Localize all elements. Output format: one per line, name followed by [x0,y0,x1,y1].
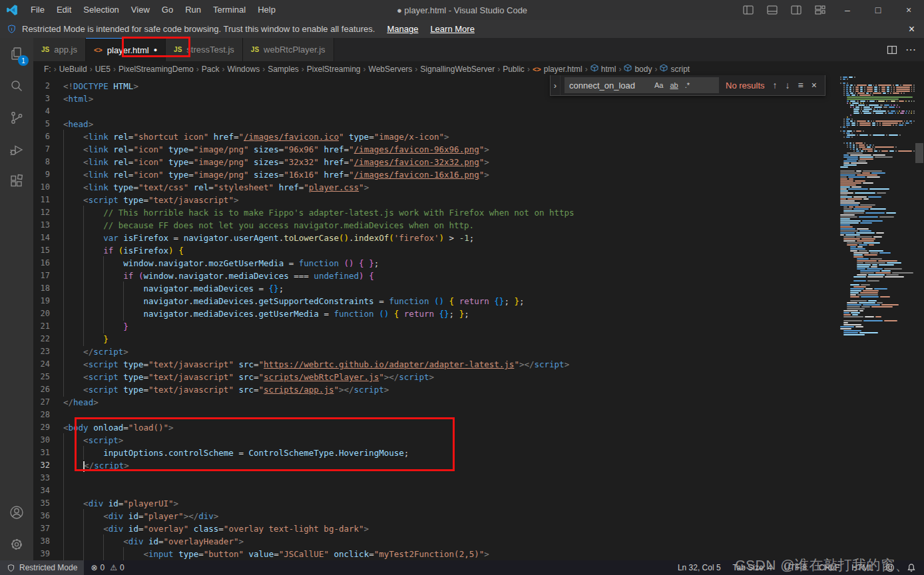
code-line[interactable]: 5<head> [33,118,837,130]
close-window-button[interactable]: × [893,0,924,20]
code-line[interactable]: 13 // because FF does not let you access… [33,219,837,232]
banner-close-icon[interactable]: × [909,23,915,35]
code-line[interactable]: 34 [33,484,837,497]
eol-status[interactable]: CRLF [813,563,845,572]
code-line[interactable]: 10 <link type="text/css" rel="stylesheet… [33,181,837,194]
code-line[interactable]: 18 navigator.mediaDevices = {}; [33,282,837,295]
find-next-icon[interactable]: ↓ [786,80,790,91]
code-line[interactable]: 9 <link rel="icon" type="image/png" size… [33,168,837,181]
code-line[interactable]: 16 window.navigator.mozGetUserMedia = fu… [33,257,837,270]
breadcrumb-item[interactable]: PixelStreaming [307,65,361,74]
code-line[interactable]: 36 <div id="player"></div> [33,510,837,522]
editor-scrollbar[interactable] [915,77,924,560]
code-line[interactable]: 4 [33,105,837,118]
customize-layout-icon[interactable] [815,5,825,15]
editor[interactable]: 2<!DOCTYPE HTML>3<html>45<head>6 <link r… [33,77,924,560]
code-line[interactable]: 8 <link rel="icon" type="image/png" size… [33,156,837,168]
code-line[interactable]: 11 <script type="text/javascript"> [33,194,837,206]
breadcrumb-item[interactable]: Samples [268,65,299,74]
scrollbar-thumb[interactable] [915,143,923,163]
code-line[interactable]: 27</head> [33,396,837,409]
find-collapse-chevron-icon[interactable]: › [551,75,561,95]
code-line[interactable]: 23 </script> [33,345,837,358]
whole-word-icon[interactable]: ab [667,80,680,91]
notifications-bell-icon[interactable] [901,563,924,573]
tab-size-status[interactable]: Tab Size: 4 [727,563,778,572]
code-line[interactable]: 29<body onload="load()"> [33,421,837,434]
restricted-mode-status[interactable]: Restricted Mode [0,560,84,575]
minimap[interactable] [840,77,915,560]
menu-help[interactable]: Help [252,0,282,20]
extensions-icon[interactable] [1,166,33,198]
menu-file[interactable]: File [25,0,51,20]
code-line[interactable]: 24 <script type="text/javascript" src="h… [33,358,837,371]
code-line[interactable]: 33 [33,472,837,484]
menu-edit[interactable]: Edit [51,0,77,20]
regex-icon[interactable]: .* [682,80,692,91]
menu-go[interactable]: Go [156,0,179,20]
learn-more-link[interactable]: Learn More [430,24,474,34]
match-case-icon[interactable]: Aa [652,80,666,91]
modified-dot-icon[interactable]: ● [154,47,157,53]
tab-webrtcplayer-js[interactable]: JS webRtcPlayer.js [243,38,334,61]
code-line[interactable]: 30 <script> [33,434,837,447]
more-actions-icon[interactable]: ⋯ [905,43,916,56]
encoding-status[interactable]: UTF-8 [778,563,813,572]
find-in-selection-icon[interactable]: ≡ [798,80,804,91]
menu-selection[interactable]: Selection [77,0,124,20]
minimize-button[interactable]: – [832,0,863,20]
code-line[interactable]: 31 inputOptions.controlScheme = ControlS… [33,447,837,459]
tab-stresstest-js[interactable]: JS stressTest.js [166,38,243,61]
code-line[interactable]: 25 <script type="text/javascript" src="s… [33,371,837,383]
code-line[interactable]: 6 <link rel="shortcut icon" href="/image… [33,130,837,143]
code-line[interactable]: 14 var isFirefox = navigator.userAgent.t… [33,232,837,244]
source-control-icon[interactable] [1,102,33,134]
toggle-secondary-sidebar-icon[interactable] [791,5,802,15]
find-close-icon[interactable]: × [811,80,817,91]
problems-status[interactable]: ⊗ 0 ⚠ 0 [84,563,130,572]
tab-app-js[interactable]: JS app.js [33,38,86,61]
code-line[interactable]: 21 } [33,320,837,333]
code-line[interactable]: 28 [33,409,837,421]
breadcrumb-item[interactable]: F: [44,65,51,74]
menu-view[interactable]: View [125,0,156,20]
toggle-sidebar-icon[interactable] [743,5,754,15]
breadcrumb-item[interactable]: Pack [202,65,220,74]
split-editor-icon[interactable] [887,45,897,55]
code-line[interactable]: 19 navigator.mediaDevices.getSupportedCo… [33,295,837,307]
breadcrumb-item[interactable]: script [660,64,690,74]
code-line[interactable]: 17 if (window.navigator.mediaDevices ===… [33,270,837,282]
breadcrumb-item[interactable]: UeBuild [59,65,87,74]
breadcrumb-item[interactable]: Windows [227,65,260,74]
code-line[interactable]: 26 <script type="text/javascript" src="s… [33,383,837,396]
code-line[interactable]: 22 } [33,333,837,345]
maximize-button[interactable]: □ [863,0,893,20]
breadcrumb-item[interactable]: <>player.html [533,65,582,74]
breadcrumb-item[interactable]: body [624,64,652,74]
menu-terminal[interactable]: Terminal [207,0,252,20]
language-status[interactable]: HTML [845,563,879,572]
code-line[interactable]: 20 navigator.mediaDevices.getUserMedia =… [33,307,837,320]
toggle-panel-icon[interactable] [767,5,778,15]
cursor-position-status[interactable]: Ln 32, Col 5 [672,563,727,572]
breadcrumb-item[interactable]: SignallingWebServer [420,65,495,74]
code-line[interactable]: 32 </script> [33,459,837,472]
code-line[interactable]: 35 <div id="playerUI"> [33,497,837,510]
settings-gear-icon[interactable] [1,528,33,560]
search-icon[interactable] [1,70,33,102]
code-line[interactable]: 12 // This horrible hack is to make Fipp… [33,206,837,219]
manage-link[interactable]: Manage [387,24,418,34]
code-line[interactable]: 15 if (isFirefox) { [33,244,837,257]
breadcrumb-item[interactable]: Public [503,65,525,74]
feedback-smiley-icon[interactable] [879,563,901,573]
breadcrumb-item[interactable]: html [590,64,616,74]
breadcrumb-item[interactable]: UE5 [95,65,111,74]
explorer-icon[interactable]: 1 [1,38,33,70]
menu-run[interactable]: Run [179,0,207,20]
account-icon[interactable] [1,496,33,528]
tab-player-html[interactable]: <> player.html ● [86,38,166,61]
breadcrumb-item[interactable]: PixelStreamingDemo [118,65,194,74]
code-line[interactable]: 7 <link rel="icon" type="image/png" size… [33,143,837,156]
code-line[interactable]: 38 <div id="overlayHeader"> [33,535,837,548]
code-line[interactable]: 39 <input type="button" value="JSCallUE"… [33,548,837,560]
